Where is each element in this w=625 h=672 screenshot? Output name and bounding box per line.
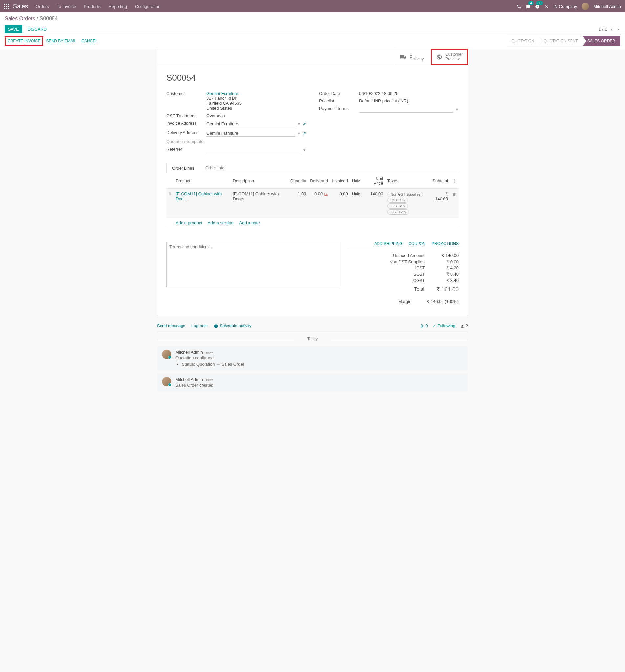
referrer-label: Referrer <box>166 147 206 151</box>
nav-to-invoice[interactable]: To Invoice <box>57 4 76 9</box>
cgst-label: CGST: <box>347 278 426 283</box>
invoice-addr-input[interactable] <box>206 121 296 127</box>
add-note-link[interactable]: Add a note <box>239 220 260 225</box>
line-uom[interactable]: Units <box>350 189 364 218</box>
tax-tag[interactable]: IGST 2% <box>387 203 408 209</box>
quotation-template-label: Quotation Template <box>166 139 206 144</box>
order-number: S00054 <box>166 73 459 83</box>
status-quotation-sent[interactable]: QUOTATION SENT <box>539 36 583 46</box>
stat-buttons: 1Delivery CustomerPreview <box>157 49 468 65</box>
pager-prev-icon[interactable]: ‹ <box>609 26 614 32</box>
user-avatar[interactable] <box>582 3 589 10</box>
line-description[interactable]: [E-COM11] Cabinet with Doors <box>231 189 288 218</box>
nav-products[interactable]: Products <box>84 4 100 9</box>
terms-textarea[interactable] <box>166 241 339 287</box>
stat-delivery[interactable]: 1Delivery <box>395 49 431 65</box>
add-section-link[interactable]: Add a section <box>208 220 234 225</box>
message-avatar <box>162 377 171 386</box>
truck-icon <box>400 53 407 60</box>
company-switcher[interactable]: IN Company <box>553 4 577 9</box>
coupon-link[interactable]: COUPON <box>408 241 426 246</box>
nongst-label: Non GST Supplies: <box>347 259 426 264</box>
line-qty[interactable]: 1.00 <box>288 189 308 218</box>
tab-other-info[interactable]: Other Info <box>200 162 230 173</box>
trash-icon[interactable] <box>452 191 457 196</box>
discard-button[interactable]: DISCARD <box>28 27 47 31</box>
line-product[interactable]: [E-COM11] Cabinet with Doo… <box>176 191 222 201</box>
line-unit-price[interactable]: 140.00 <box>363 189 385 218</box>
phone-icon[interactable] <box>517 4 521 9</box>
tab-order-lines[interactable]: Order Lines <box>166 163 200 173</box>
tabs: Order Lines Other Info <box>166 162 459 173</box>
cancel-button[interactable]: CANCEL <box>79 38 100 45</box>
add-shipping-link[interactable]: ADD SHIPPING <box>374 241 402 246</box>
kebab-icon[interactable]: ⋮ <box>452 178 456 184</box>
schedule-activity-link[interactable]: Schedule activity <box>214 323 251 329</box>
breadcrumb-root[interactable]: Sales Orders <box>5 16 35 21</box>
app-brand[interactable]: Sales <box>13 3 28 10</box>
drag-handle-icon[interactable]: ⇅ <box>168 192 172 196</box>
stat-customer-preview[interactable]: CustomerPreview <box>431 49 468 65</box>
send-message-link[interactable]: Send message <box>157 323 185 328</box>
th-delivered: Delivered <box>308 173 330 189</box>
log-note-link[interactable]: Log note <box>191 323 208 328</box>
followers-count[interactable]: 2 <box>460 323 468 329</box>
apps-icon[interactable] <box>4 4 9 9</box>
chatter: Send message Log note Schedule activity … <box>157 320 468 407</box>
customer-label: Customer <box>166 91 206 96</box>
delivery-addr-input[interactable] <box>206 130 296 137</box>
line-taxes[interactable]: Non GST Supplies IGST 1% IGST 2% GST 12% <box>385 189 430 218</box>
tax-tag[interactable]: IGST 1% <box>387 197 408 203</box>
referrer-input[interactable] <box>206 147 301 153</box>
gst-value: Overseas <box>206 113 306 118</box>
tax-tag[interactable]: GST 12% <box>387 209 409 215</box>
discuss-icon[interactable]: 4 <box>526 4 530 9</box>
th-uom: UoM <box>350 173 364 189</box>
promotions-link[interactable]: PROMOTIONS <box>432 241 459 246</box>
status-quotation[interactable]: QUOTATION <box>507 36 539 46</box>
chevron-down-icon[interactable]: ▼ <box>455 107 459 111</box>
nav-configuration[interactable]: Configuration <box>135 4 160 9</box>
chatter-message: Mitchell Admin - now Quotation confirmed… <box>157 346 468 370</box>
customer-addr3: United States <box>206 106 232 111</box>
status-sales-order[interactable]: SALES ORDER <box>583 36 620 46</box>
line-subtotal: ₹ 140.00 <box>430 189 450 218</box>
customer-link[interactable]: Gemini Furniture <box>206 91 238 96</box>
following-button[interactable]: ✓ Following <box>433 323 456 328</box>
total-label: Total: <box>347 286 426 293</box>
top-nav: Orders To Invoice Products Reporting Con… <box>36 4 517 9</box>
tax-tag[interactable]: Non GST Supplies <box>387 192 423 197</box>
delivery-addr-label: Delivery Address <box>166 130 206 135</box>
external-link-icon[interactable]: ⇗ <box>303 131 306 136</box>
external-link-icon[interactable]: ⇗ <box>303 122 306 126</box>
chevron-down-icon[interactable]: ▼ <box>297 131 301 135</box>
activity-icon[interactable]: 30 <box>535 4 540 9</box>
user-name[interactable]: Mitchell Admin <box>594 4 621 9</box>
message-author[interactable]: Mitchell Admin <box>175 350 203 355</box>
debug-icon[interactable] <box>544 4 549 9</box>
line-delivered[interactable]: 0.00 <box>308 189 330 218</box>
stat-delivery-count: 1 <box>410 52 424 57</box>
globe-icon <box>436 53 442 61</box>
create-invoice-button[interactable]: CREATE INVOICE <box>5 37 43 46</box>
pager-next-icon[interactable]: › <box>616 26 620 32</box>
gst-label: GST Treatment <box>166 113 206 118</box>
payment-terms-input[interactable] <box>359 106 453 113</box>
line-invoiced[interactable]: 0.00 <box>330 189 350 218</box>
untaxed-amount: ₹ 140.00 <box>432 253 459 258</box>
send-by-email-button[interactable]: SEND BY EMAIL <box>43 38 79 45</box>
stock-chart-icon[interactable] <box>324 192 328 196</box>
message-author[interactable]: Mitchell Admin <box>175 377 203 382</box>
table-row[interactable]: ⇅ [E-COM11] Cabinet with Doo… [E-COM11] … <box>166 189 459 218</box>
nav-orders[interactable]: Orders <box>36 4 49 9</box>
add-product-link[interactable]: Add a product <box>176 220 202 225</box>
customer-value: Gemini Furniture 317 Fairchild Dr Fairfi… <box>206 91 306 111</box>
nav-reporting[interactable]: Reporting <box>109 4 127 9</box>
order-date-value: 06/10/2022 18:06:25 <box>359 91 459 96</box>
chatter-message: Mitchell Admin - now Sales Order created <box>157 373 468 391</box>
chevron-down-icon[interactable]: ▼ <box>297 122 301 126</box>
attachments-count[interactable]: 0 <box>420 323 428 329</box>
save-button[interactable]: SAVE <box>5 25 22 33</box>
chevron-down-icon[interactable]: ▼ <box>303 148 306 152</box>
breadcrumb: Sales Orders / S00054 <box>5 16 620 22</box>
